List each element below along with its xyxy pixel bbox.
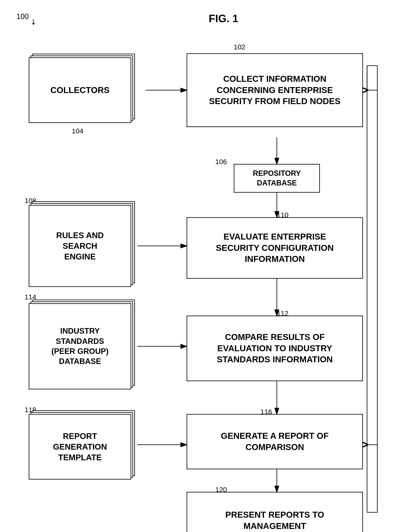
collectors-box: COLLECTORS [29, 57, 131, 123]
industry-standards-label: INDUSTRYSTANDARDS(PEER GROUP)DATABASE [29, 303, 131, 389]
rules-engine-label: RULES ANDSEARCHENGINE [29, 205, 131, 287]
ref-100-arrow: ↘ [28, 16, 39, 27]
generate-report-label: GENERATE A REPORT OFCOMPARISON [221, 430, 329, 453]
compare-label: COMPARE RESULTS OFEVALUATION TO INDUSTRY… [217, 332, 333, 365]
evaluate-box: EVALUATE ENTERPRISESECURITY CONFIGURATIO… [187, 217, 363, 279]
present-reports-box: PRESENT REPORTS TOMANAGEMENT [187, 492, 363, 532]
evaluate-label: EVALUATE ENTERPRISESECURITY CONFIGURATIO… [216, 231, 334, 265]
ref-104: 104 [72, 127, 83, 135]
fig-title: FIG. 1 [58, 12, 390, 25]
compare-box: COMPARE RESULTS OFEVALUATION TO INDUSTRY… [187, 316, 363, 381]
rules-engine-box: RULES ANDSEARCHENGINE [29, 205, 131, 287]
industry-standards-box: INDUSTRYSTANDARDS(PEER GROUP)DATABASE [29, 303, 131, 389]
ref-100-label: 100 [16, 12, 29, 21]
generate-report-box: GENERATE A REPORT OFCOMPARISON [187, 414, 363, 469]
report-template-label: REPORTGENERATIONTEMPLATE [29, 414, 131, 480]
collect-info-box: COLLECT INFORMATIONCONCERNING ENTERPRISE… [187, 53, 363, 127]
diagram-container: COLLECTORS 104 108 RULES ANDSEARCHENGINE… [18, 37, 388, 529]
ref-102: 102 [234, 43, 246, 51]
present-reports-label: PRESENT REPORTS TOMANAGEMENT [225, 509, 324, 532]
page: 100 ↘ FIG. 1 [0, 0, 406, 532]
repository-label: REPOSITORYDATABASE [253, 169, 301, 188]
collect-info-label: COLLECT INFORMATIONCONCERNING ENTERPRISE… [209, 73, 341, 107]
collectors-label: COLLECTORS [29, 57, 131, 123]
repository-box: REPOSITORYDATABASE [234, 164, 320, 193]
ref-106: 106 [215, 158, 227, 166]
report-template-box: REPORTGENERATIONTEMPLATE [29, 414, 131, 480]
